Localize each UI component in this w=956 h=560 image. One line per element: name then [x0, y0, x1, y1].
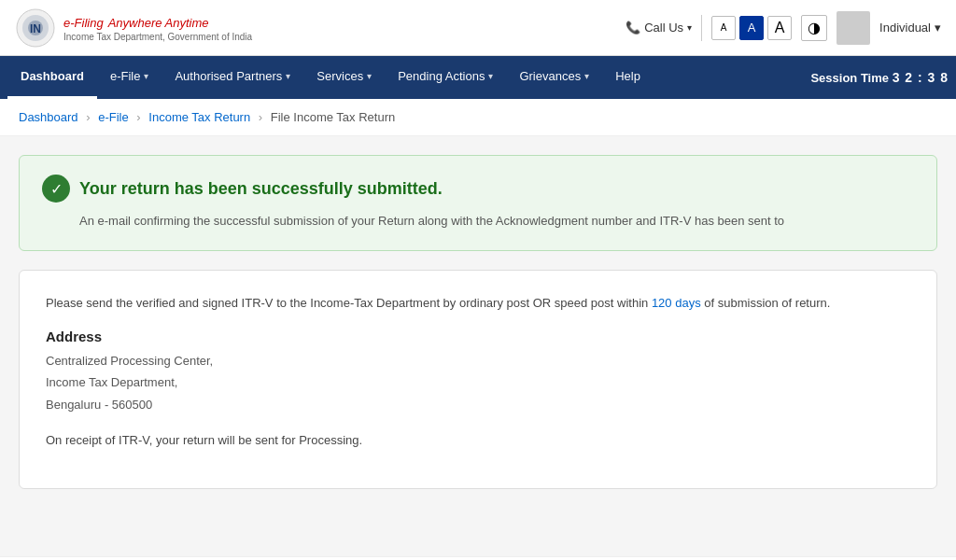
contrast-button[interactable]: ◑: [801, 15, 827, 41]
font-large-button[interactable]: A: [767, 16, 792, 40]
session-timer: 3 2 : 3 8: [893, 70, 949, 85]
nav-pending-chevron: ▾: [488, 71, 493, 81]
nav-efile[interactable]: e-File ▾: [97, 56, 162, 99]
processing-note: On receipt of ITR-V, your return will be…: [46, 430, 910, 451]
nav-pending-actions[interactable]: Pending Actions ▾: [385, 56, 506, 99]
font-size-controls: A A A: [711, 16, 792, 40]
top-bar-right: 📞 Call Us ▾ A A A ◑ Individual ▾: [626, 11, 941, 45]
nav-help[interactable]: Help: [602, 56, 654, 99]
font-medium-button[interactable]: A: [739, 16, 764, 40]
address-lines: Centralized Processing Center, Income Ta…: [46, 350, 910, 415]
breadcrumb: Dashboard › e-File › Income Tax Return ›…: [0, 99, 956, 136]
call-us-label: Call Us: [644, 21, 683, 35]
main-content: ✓ Your return has been successfully subm…: [0, 136, 956, 556]
days-highlight: 120 days: [652, 296, 701, 310]
nav-services-chevron: ▾: [367, 71, 372, 81]
nav-efile-chevron: ▾: [144, 71, 148, 81]
call-us-chevron: ▾: [687, 22, 692, 33]
nav-grievances[interactable]: Grievances ▾: [506, 56, 602, 99]
nav-dashboard[interactable]: Dashboard: [7, 56, 97, 99]
logo-tagline: Anywhere Anytime: [108, 16, 209, 30]
nav-authorised-partners[interactable]: Authorised Partners ▾: [162, 56, 303, 99]
address-line-1: Centralized Processing Center,: [46, 350, 910, 371]
user-type-chevron: ▾: [935, 21, 941, 35]
call-us-button[interactable]: 📞 Call Us ▾: [626, 21, 692, 35]
user-type-selector[interactable]: Individual ▾: [879, 21, 941, 35]
phone-icon: 📞: [626, 21, 640, 35]
nav-grievances-chevron: ▾: [584, 71, 589, 81]
logo-area: IN e-Filing Anywhere Anytime Income Tax …: [15, 7, 626, 49]
success-heading: Your return has been successfully submit…: [79, 179, 443, 199]
font-small-button[interactable]: A: [711, 16, 736, 40]
success-title-row: ✓ Your return has been successfully subm…: [42, 175, 914, 203]
user-avatar: [836, 11, 870, 45]
breadcrumb-efile[interactable]: e-File: [98, 110, 129, 124]
address-line-3: Bengaluru - 560500: [46, 394, 910, 415]
logo-efiling-label: e-Filing: [63, 16, 104, 30]
logo-text: e-Filing Anywhere Anytime Income Tax Dep…: [63, 12, 252, 44]
top-bar: IN e-Filing Anywhere Anytime Income Tax …: [0, 0, 956, 56]
user-type-label: Individual: [879, 21, 931, 35]
success-message: An e-mail confirming the successful subm…: [79, 212, 914, 231]
success-box: ✓ Your return has been successfully subm…: [19, 155, 937, 251]
session-time: Session Time 3 2 : 3 8: [810, 70, 949, 85]
itrv-note: Please send the verified and signed ITR-…: [46, 293, 910, 314]
nav-services[interactable]: Services ▾: [303, 56, 385, 99]
info-box: Please send the verified and signed ITR-…: [19, 270, 937, 489]
divider: [701, 15, 702, 41]
address-line-2: Income Tax Department,: [46, 371, 910, 393]
address-heading: Address: [46, 329, 910, 344]
emblem-icon: IN: [15, 7, 56, 49]
breadcrumb-current: File Income Tax Return: [271, 110, 395, 124]
svg-text:IN: IN: [30, 22, 41, 35]
logo-subtitle: Income Tax Department, Government of Ind…: [63, 32, 252, 43]
nav-partners-chevron: ▾: [286, 71, 290, 81]
breadcrumb-dashboard[interactable]: Dashboard: [19, 110, 78, 124]
breadcrumb-itr[interactable]: Income Tax Return: [148, 110, 250, 124]
bottom-actions: ⬇ Download Return ⬇ Download Acknowledge…: [0, 556, 956, 560]
success-icon: ✓: [42, 175, 70, 203]
nav-bar: Dashboard e-File ▾ Authorised Partners ▾…: [0, 56, 956, 99]
